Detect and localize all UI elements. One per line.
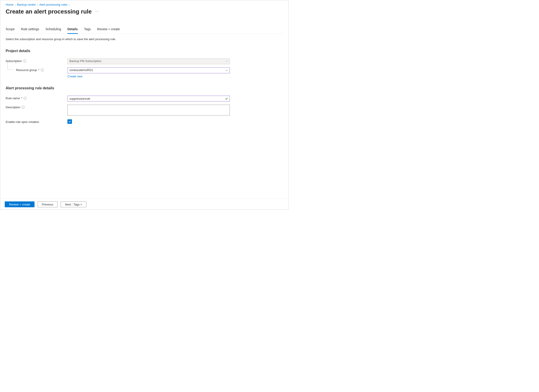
info-icon[interactable]: i: [24, 97, 27, 100]
info-icon[interactable]: i: [23, 59, 26, 63]
breadcrumb-alert-processing-rules[interactable]: Alert processing rules: [39, 3, 67, 6]
subscription-value: Backup PM Subscription: [69, 59, 101, 63]
tab-details[interactable]: Details: [67, 25, 78, 34]
chevron-right-icon: ›: [15, 3, 16, 6]
rule-name-input[interactable]: [67, 96, 230, 102]
create-new-link[interactable]: Create new: [67, 75, 82, 78]
enable-rule-label: Enable rule upon creation: [6, 120, 39, 124]
resource-group-value: contosodemoRG1: [69, 68, 93, 72]
previous-button[interactable]: Previous: [38, 201, 58, 207]
next-button[interactable]: Next : Tags >: [61, 201, 86, 207]
rule-details-heading: Alert processing rule details: [6, 86, 283, 90]
required-indicator: *: [21, 97, 22, 100]
tabs: Scope Rule settings Scheduling Details T…: [6, 25, 283, 34]
resource-group-label: Resource group: [16, 68, 37, 72]
breadcrumb-home[interactable]: Home: [6, 3, 14, 6]
description-input[interactable]: [67, 105, 230, 116]
rule-name-label: Rule name: [6, 97, 20, 100]
required-indicator: *: [38, 68, 39, 72]
tab-scheduling[interactable]: Scheduling: [46, 25, 61, 34]
info-icon[interactable]: i: [41, 68, 44, 72]
enable-rule-checkbox[interactable]: [67, 119, 72, 124]
resource-group-select[interactable]: contosodemoRG1: [67, 68, 230, 73]
tree-line-icon: [7, 62, 14, 70]
tab-scope[interactable]: Scope: [6, 25, 15, 34]
chevron-right-icon: ›: [37, 3, 38, 6]
more-actions-button[interactable]: ···: [95, 10, 99, 14]
page-title: Create an alert processing rule: [6, 8, 91, 15]
helper-text: Select the subscription and resource gro…: [6, 37, 283, 41]
footer: Review + create Previous Next : Tags >: [0, 198, 289, 209]
project-details-heading: Project details: [6, 49, 283, 53]
description-label: Description: [6, 106, 20, 109]
chevron-right-icon: ›: [69, 3, 70, 6]
checkmark-icon: [225, 97, 228, 101]
info-icon[interactable]: i: [22, 106, 24, 109]
tab-tags[interactable]: Tags: [84, 25, 91, 34]
tab-rule-settings[interactable]: Rule settings: [21, 25, 39, 34]
breadcrumb: Home › Backup center › Alert processing …: [6, 3, 283, 6]
breadcrumb-backup-center[interactable]: Backup center: [17, 3, 36, 6]
subscription-select: Backup PM Subscription: [67, 58, 230, 64]
review-create-button[interactable]: Review + create: [5, 201, 34, 207]
tab-review-create[interactable]: Review + create: [97, 25, 120, 34]
